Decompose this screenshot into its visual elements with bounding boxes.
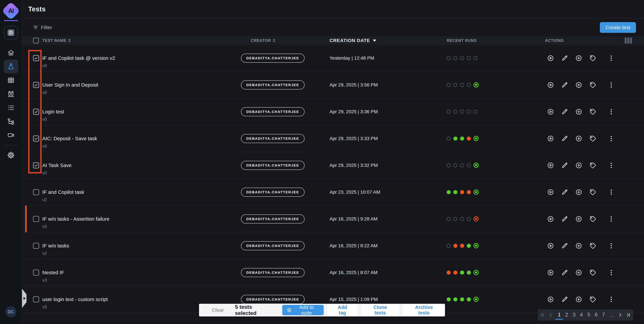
edit-test-button[interactable] (561, 135, 568, 142)
row-checkbox[interactable] (33, 270, 39, 276)
test-name[interactable]: User Sign In and Deposit (42, 82, 98, 88)
page-button-7[interactable]: 7 (600, 311, 607, 320)
table-row[interactable]: Login test v0 DEBADITYA.CHATTERJEE Apr 2… (22, 98, 644, 125)
more-options-button[interactable] (608, 215, 615, 222)
edit-test-button[interactable] (561, 55, 568, 62)
clone-tests-button[interactable]: Clone tests (361, 305, 399, 316)
column-header-creator[interactable]: CREATOR (251, 38, 275, 43)
previous-page-button[interactable] (548, 312, 554, 318)
table-row[interactable]: IF and Copilot task v2 DEBADITYA.CHATTER… (22, 179, 644, 205)
run-test-button[interactable] (547, 81, 554, 88)
run-test-button[interactable] (547, 269, 554, 276)
tag-button[interactable] (589, 55, 596, 62)
table-row[interactable]: User Sign In and Deposit v0 DEBADITYA.CH… (22, 72, 644, 98)
table-row[interactable]: Nested IF v3 DEBADITYA.CHATTERJEE Apr 16… (22, 259, 644, 286)
more-options-button[interactable] (608, 242, 615, 249)
first-page-button[interactable] (540, 312, 546, 318)
row-checkbox[interactable] (33, 162, 39, 168)
edit-test-button[interactable] (561, 162, 568, 169)
table-row[interactable]: IF w/o tasks - Assertion failure v0 DEBA… (22, 205, 644, 232)
tag-button[interactable] (589, 162, 596, 169)
row-checkbox[interactable] (33, 189, 39, 195)
row-checkbox[interactable] (33, 109, 39, 115)
edit-test-button[interactable] (561, 108, 568, 115)
clear-selection-button[interactable]: Clear (212, 308, 224, 313)
test-name[interactable]: IF and Copilot task (42, 189, 84, 195)
run-test-button[interactable] (547, 55, 554, 62)
add-to-suite-icon-button[interactable] (575, 242, 582, 249)
column-header-test-name[interactable]: TEST NAME (42, 38, 71, 43)
page-button-5[interactable]: 5 (585, 311, 592, 320)
filter-button[interactable]: Filter (33, 25, 52, 30)
workspace-avatar[interactable]: D (4, 26, 18, 39)
test-name[interactable]: Login test (42, 109, 64, 115)
run-test-button[interactable] (547, 135, 554, 142)
run-test-button[interactable] (547, 189, 554, 196)
table-row[interactable]: AIC: Deposit - Save task v0 DEBADITYA.CH… (22, 125, 644, 152)
sidebar-item-tests[interactable] (4, 60, 18, 73)
tag-button[interactable] (589, 215, 596, 222)
add-to-suite-icon-button[interactable] (575, 162, 582, 169)
archive-tests-button[interactable]: Archive tests (403, 305, 445, 316)
edit-test-button[interactable] (561, 242, 568, 249)
run-test-button[interactable] (547, 108, 554, 115)
row-checkbox[interactable] (33, 296, 39, 302)
sidebar-item-home[interactable] (4, 46, 18, 60)
tag-button[interactable] (589, 189, 596, 196)
row-checkbox[interactable] (33, 55, 39, 61)
test-name[interactable]: IF w/o tasks - Assertion failure (42, 216, 110, 222)
more-options-button[interactable] (608, 135, 615, 142)
sidebar-item-test-tubes[interactable] (4, 87, 18, 101)
table-row[interactable]: IF and Copilot task @ version v2 v0 DEBA… (22, 45, 644, 72)
last-page-button[interactable] (625, 312, 632, 318)
add-tag-button[interactable]: Add tag (327, 305, 358, 316)
user-avatar[interactable]: DC (5, 306, 16, 317)
run-test-button[interactable] (547, 162, 554, 169)
tag-button[interactable] (589, 242, 596, 249)
more-options-button[interactable] (608, 269, 615, 276)
run-test-button[interactable] (547, 242, 554, 249)
edit-test-button[interactable] (561, 81, 568, 88)
page-button-3[interactable]: 3 (570, 311, 578, 320)
test-name[interactable]: Nested IF (42, 270, 64, 275)
column-settings-icon[interactable] (625, 37, 632, 43)
more-options-button[interactable] (608, 55, 615, 62)
create-test-button[interactable]: Create test (600, 22, 636, 33)
edit-test-button[interactable] (561, 189, 568, 196)
add-to-suite-icon-button[interactable] (575, 55, 582, 62)
test-name[interactable]: IF w/o tasks (42, 243, 69, 249)
column-header-creation-date[interactable]: CREATION DATE (330, 38, 376, 43)
sidebar-item-recordings[interactable] (4, 128, 18, 142)
sidebar-item-workflow[interactable] (4, 115, 18, 128)
more-options-button[interactable] (608, 296, 615, 303)
tag-button[interactable] (589, 108, 596, 115)
more-options-button[interactable] (608, 108, 615, 115)
row-checkbox[interactable] (33, 82, 39, 88)
page-button-1[interactable]: 1 (556, 311, 563, 320)
add-to-suite-button[interactable]: Add to suite (282, 305, 324, 315)
run-test-button[interactable] (547, 215, 554, 222)
add-to-suite-icon-button[interactable] (575, 189, 582, 196)
tag-button[interactable] (589, 269, 596, 276)
page-button-4[interactable]: 4 (578, 311, 585, 320)
row-checkbox[interactable] (33, 136, 39, 142)
sidebar-item-settings[interactable] (4, 148, 18, 162)
next-page-button[interactable] (617, 312, 623, 318)
run-test-button[interactable] (547, 296, 554, 303)
test-name[interactable]: AIC: Deposit - Save task (42, 136, 97, 141)
table-row[interactable]: IF w/o tasks v2 DEBADITYA.CHATTERJEE Apr… (22, 232, 644, 259)
test-name[interactable]: user login text - custom script (42, 297, 108, 302)
more-options-button[interactable] (608, 162, 615, 169)
page-button-2[interactable]: 2 (563, 311, 570, 320)
page-button-6[interactable]: 6 (592, 311, 600, 320)
row-checkbox[interactable] (33, 216, 39, 222)
tag-button[interactable] (589, 296, 596, 303)
edit-test-button[interactable] (561, 215, 568, 222)
select-all-checkbox[interactable] (33, 38, 39, 43)
sidebar-item-checklist[interactable] (4, 101, 18, 115)
test-name[interactable]: AI Task Save (42, 162, 72, 168)
more-options-button[interactable] (608, 81, 615, 88)
edit-test-button[interactable] (561, 269, 568, 276)
add-to-suite-icon-button[interactable] (575, 269, 582, 276)
edit-test-button[interactable] (561, 296, 568, 303)
